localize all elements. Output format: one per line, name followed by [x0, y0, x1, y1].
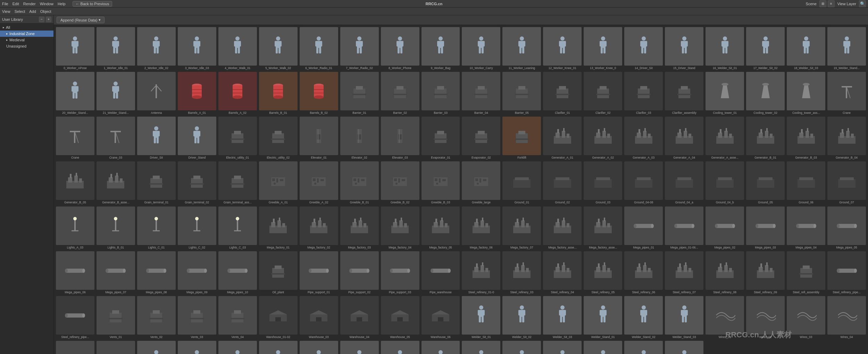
asset-item[interactable]: Mega_factory_04 — [380, 206, 420, 250]
asset-item[interactable]: Lights_A_03 — [55, 206, 95, 250]
asset-item[interactable]: Vents_03 — [177, 295, 217, 339]
asset-item[interactable]: Mega_pipes_10 — [218, 251, 258, 295]
asset-item[interactable]: Evaporator_01 — [421, 116, 461, 160]
asset-item[interactable]: Grain_terminal_ass... — [218, 161, 258, 205]
asset-item[interactable]: 20_Welder_Stand... — [55, 71, 95, 115]
asset-item[interactable]: Generator_B_asse... — [96, 161, 136, 205]
asset-item[interactable]: Generator_B_03 — [786, 116, 826, 160]
asset-item[interactable]: Ground_04_b — [705, 161, 745, 205]
asset-item[interactable]: Welder_Sit_01 — [461, 295, 501, 339]
asset-item[interactable]: Barrier_04 — [461, 71, 501, 115]
asset-item[interactable]: Ground_04_a — [664, 161, 704, 205]
asset-item[interactable]: Generator_B_05 — [55, 161, 95, 205]
asset-item[interactable]: 1_Worker_Idle_01 — [96, 26, 136, 70]
asset-item[interactable]: Barrels_B_02 — [299, 71, 339, 115]
asset-item[interactable]: Mega_factory_01 — [258, 206, 298, 250]
menu-render[interactable]: Render — [23, 2, 36, 6]
asset-item[interactable]: Elevator_03 — [380, 116, 420, 160]
asset-item[interactable]: Vents_01 — [96, 295, 136, 339]
asset-item[interactable]: Mega_pipes_01 — [624, 206, 663, 250]
asset-item[interactable]: Crane — [55, 116, 95, 160]
asset-item[interactable]: Worker_Leaning — [421, 340, 461, 354]
asset-item[interactable]: Lights_C_01 — [136, 206, 176, 250]
asset-item[interactable]: Steel_refinery_pipe... — [55, 295, 95, 339]
asset-item[interactable]: 11_Worker_Leaning — [502, 26, 542, 70]
asset-item[interactable]: 14_Driver_Sit — [624, 26, 663, 70]
asset-item[interactable]: Wires_01 — [705, 295, 745, 339]
asset-item[interactable]: Electric_utility_02 — [258, 116, 298, 160]
asset-item[interactable]: 13_Worker_Knee_0 — [583, 26, 623, 70]
asset-item[interactable]: Wires_07 — [96, 340, 136, 354]
asset-item[interactable]: 17_Welder_Sit_02 — [745, 26, 785, 70]
asset-item[interactable]: Steel_refinery_08 — [705, 251, 745, 295]
asset-item[interactable]: Greeble_large — [461, 161, 501, 205]
asset-item[interactable]: Driver_Stand — [177, 116, 217, 160]
asset-item[interactable]: 21_Welder_Stand... — [96, 71, 136, 115]
asset-item[interactable]: Evaporator_02 — [461, 116, 501, 160]
asset-item[interactable]: Generator_A_asse... — [705, 116, 745, 160]
asset-item[interactable]: Worker_Carry — [177, 340, 217, 354]
asset-item[interactable]: Mega_pipes_05 — [827, 206, 867, 250]
asset-item[interactable]: Mega_pipes_04 — [786, 206, 826, 250]
menu-window[interactable]: Window — [40, 2, 53, 6]
asset-item[interactable]: 18_Welder_Sit_03 — [786, 26, 826, 70]
asset-item[interactable]: Wires_05 — [55, 340, 95, 354]
asset-item[interactable]: Mega_factory_asse... — [542, 206, 582, 250]
asset-item[interactable]: Mega_factory_asse... — [583, 206, 623, 250]
asset-item[interactable]: Steel_refinery_03 — [502, 251, 542, 295]
asset-item[interactable]: Steel_refinery_09 — [745, 251, 785, 295]
asset-item[interactable]: WorkerWalk... — [664, 340, 704, 354]
asset-item[interactable]: Steel_refi_assembly — [786, 251, 826, 295]
asset-item[interactable]: Warehouse_01-02 — [258, 295, 298, 339]
asset-item[interactable]: Steel_refinery_01-0 — [461, 251, 501, 295]
asset-item[interactable]: Cooling_tower_02 — [745, 71, 785, 115]
asset-item[interactable]: Generator_A_03 — [624, 116, 663, 160]
asset-item[interactable]: Worker_Radio_01 — [502, 340, 542, 354]
asset-item[interactable]: 5_Worker_Walk_02 — [258, 26, 298, 70]
asset-item[interactable]: Mega_factory_06 — [461, 206, 501, 250]
sidebar-item-medieval[interactable]: ▸ Medieval — [0, 37, 53, 43]
asset-item[interactable]: Electric_utility_01 — [218, 116, 258, 160]
asset-item[interactable]: 6_Worker_Radio_01 — [299, 26, 339, 70]
asset-item[interactable]: 9_Worker_Bag — [421, 26, 461, 70]
asset-item[interactable]: Cooling_tower_01 — [705, 71, 745, 115]
asset-item[interactable]: Mega_pipes_08 — [136, 251, 176, 295]
asset-item[interactable]: 8_Worker_Phone — [380, 26, 420, 70]
asset-item[interactable]: Barrier_03 — [421, 71, 461, 115]
asset-item[interactable]: Generator_A_04 — [664, 116, 704, 160]
asset-item[interactable]: 2_Worker_Idle_02 — [136, 26, 176, 70]
asset-item[interactable]: Worker_Phone — [461, 340, 501, 354]
asset-item[interactable]: Barrier_02 — [380, 71, 420, 115]
grid-layout-btn[interactable]: ⊞ — [819, 0, 826, 7]
asset-item[interactable]: Ground_05 — [745, 161, 785, 205]
sidebar-item-industrial[interactable]: ▸ Industrial Zone — [0, 31, 53, 37]
asset-item[interactable]: Ground_06 — [786, 161, 826, 205]
asset-item[interactable]: Ground_01 — [502, 161, 542, 205]
asset-item[interactable]: Worker_Walk_02 — [624, 340, 663, 354]
asset-item[interactable]: Worker_Bag — [136, 340, 176, 354]
asset-item[interactable]: Pipe_support_03 — [380, 251, 420, 295]
asset-item[interactable]: Worker_Walk_01 — [583, 340, 623, 354]
asset-item[interactable]: Wires_03 — [786, 295, 826, 339]
asset-item[interactable]: Antenna — [136, 71, 176, 115]
asset-item[interactable]: Forklift — [502, 116, 542, 160]
asset-item[interactable]: Barrels_A_01 — [177, 71, 217, 115]
asset-item[interactable]: Warehouse_04 — [340, 295, 379, 339]
asset-item[interactable]: Greeble_A_01 — [258, 161, 298, 205]
toolbar-object[interactable]: Object — [40, 9, 51, 14]
asset-item[interactable]: Mega_factory_07 — [502, 206, 542, 250]
asset-item[interactable]: Worker_Knee_02 — [380, 340, 420, 354]
asset-item[interactable]: 15_Driver_Stand — [664, 26, 704, 70]
asset-item[interactable]: Ground_07 — [827, 161, 867, 205]
asset-item[interactable]: 12_Worker_Knee_01 — [542, 26, 582, 70]
sidebar-item-unassigned[interactable]: Unassigned — [0, 43, 53, 49]
asset-item[interactable]: 10_Worker_Carry — [461, 26, 501, 70]
asset-item[interactable]: Generator_A_02 — [583, 116, 623, 160]
asset-item[interactable]: Lights_B_01 — [96, 206, 136, 250]
asset-item[interactable]: Mega_pipes_01-06... — [664, 206, 704, 250]
asset-item[interactable]: Elevator_02 — [340, 116, 379, 160]
append-button[interactable]: Append (Reuse Data) ▾ — [57, 17, 105, 23]
asset-item[interactable]: Pipe_support_02 — [340, 251, 379, 295]
asset-item[interactable]: 7_Worker_Radio_02 — [340, 26, 379, 70]
asset-item[interactable]: Vents_02 — [136, 295, 176, 339]
